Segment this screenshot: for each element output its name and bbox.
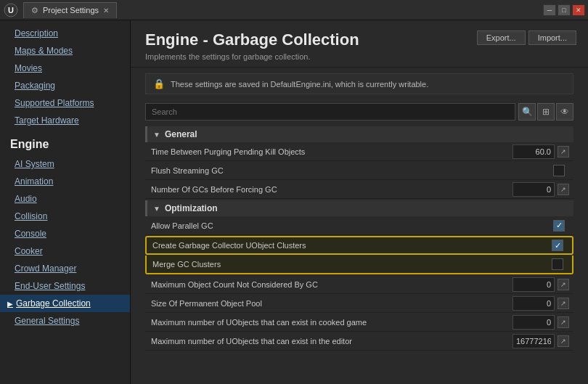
sidebar-item-crowd-manager[interactable]: Crowd Manager (0, 260, 130, 277)
setting-label-merge-gc-clusters: Merge GC Clusters (147, 257, 507, 271)
num-gc-before-forcing-input[interactable] (513, 182, 555, 197)
flush-streaming-checkbox[interactable] (553, 165, 565, 176)
window-controls: ─ □ ✕ (543, 4, 585, 16)
search-icons: 🔍 ⊞ 👁 (518, 103, 573, 120)
title-bar-left: U ⚙ Project Settings ✕ (3, 2, 117, 18)
content-wrapper: Engine - Garbage Collection Implements t… (131, 20, 588, 384)
setting-row-max-object-count: Maximum Object Count Not Considered By G… (145, 275, 573, 294)
info-text: These settings are saved in DefaultEngin… (171, 80, 428, 89)
setting-label-time-between-purging: Time Between Purging Pending Kill Object… (145, 144, 508, 159)
max-uobjects-editor-expand[interactable]: ↗ (558, 335, 569, 347)
setting-value-num-gc-before-forcing: ↗ (508, 182, 573, 197)
sidebar-item-cooker[interactable]: Cooker (0, 242, 130, 260)
close-button[interactable]: ✕ (572, 4, 585, 16)
allow-parallel-gc-checkbox[interactable] (553, 220, 565, 232)
setting-label-size-permanent-pool: Size Of Permanent Object Pool (145, 296, 508, 311)
time-purging-input[interactable] (513, 144, 555, 159)
section-optimization-label: Optimization (165, 203, 218, 213)
setting-row-max-uobjects-editor: Maximum number of UObjects that can exis… (145, 332, 573, 351)
max-uobjects-cooked-input[interactable] (513, 315, 555, 330)
setting-label-flush-streaming: Flush Streaming GC (145, 163, 508, 178)
sidebar-item-garbage-collection[interactable]: ▶ Garbage Collection (0, 295, 130, 312)
tab-label: Project Settings (43, 6, 99, 15)
setting-row-num-gc-before-forcing: Number Of GCs Before Forcing GC ↗ (145, 180, 573, 199)
svg-text:U: U (8, 6, 14, 15)
setting-label-max-uobjects-editor: Maximum number of UObjects that can exis… (145, 334, 508, 348)
main-layout: Description Maps & Modes Movies Packagin… (0, 20, 588, 384)
search-bar: 🔍 ⊞ 👁 (145, 103, 573, 120)
sidebar: Description Maps & Modes Movies Packagin… (0, 20, 131, 384)
sidebar-item-ai-system[interactable]: AI System (0, 155, 130, 173)
max-object-count-input[interactable] (513, 277, 555, 292)
setting-row-allow-parallel-gc: Allow Parallel GC (145, 216, 573, 235)
merge-gc-clusters-checkbox[interactable] (552, 258, 563, 270)
time-purging-expand[interactable]: ↗ (558, 146, 569, 158)
setting-value-max-uobjects-editor: ↗ (508, 334, 573, 348)
setting-row-merge-gc-clusters: Merge GC Clusters (145, 256, 573, 274)
search-input[interactable] (145, 103, 515, 120)
section-general-header: ▼ General (145, 126, 573, 142)
minimize-button[interactable]: ─ (543, 4, 556, 16)
setting-value-create-gc-clusters (507, 240, 572, 251)
top-right-buttons: Export... Import... (477, 30, 576, 45)
title-bar: U ⚙ Project Settings ✕ ─ □ ✕ (0, 0, 588, 20)
project-settings-tab[interactable]: ⚙ Project Settings ✕ (23, 2, 117, 18)
setting-row-max-uobjects-cooked: Maximum number of UObjects that can exis… (145, 313, 573, 332)
setting-label-max-object-count: Maximum Object Count Not Considered By G… (145, 277, 508, 292)
setting-row-flush-streaming: Flush Streaming GC (145, 161, 573, 180)
search-magnifier-icon[interactable]: 🔍 (518, 103, 536, 120)
num-gc-before-forcing-expand[interactable]: ↗ (558, 184, 569, 195)
max-uobjects-cooked-expand[interactable]: ↗ (558, 316, 569, 328)
tab-gear-icon: ⚙ (31, 6, 38, 15)
sidebar-arrow-icon: ▶ (7, 298, 13, 309)
maximize-button[interactable]: □ (558, 4, 571, 16)
sidebar-item-label: Garbage Collection (16, 297, 91, 310)
info-bar: 🔒 These settings are saved in DefaultEng… (145, 73, 573, 94)
section-opt-collapse-icon[interactable]: ▼ (153, 205, 160, 213)
setting-row-size-permanent-pool: Size Of Permanent Object Pool ↗ (145, 294, 573, 313)
grid-view-icon[interactable]: ⊞ (537, 103, 555, 120)
sidebar-item-end-user-settings[interactable]: End-User Settings (0, 277, 130, 295)
setting-value-merge-gc-clusters (507, 258, 572, 270)
sidebar-item-animation[interactable]: Animation (0, 173, 130, 190)
tab-close-icon[interactable]: ✕ (103, 7, 109, 15)
setting-value-max-uobjects-cooked: ↗ (508, 315, 573, 330)
sidebar-item-audio[interactable]: Audio (0, 190, 130, 208)
sidebar-item-collision[interactable]: Collision (0, 208, 130, 225)
sidebar-item-general-settings[interactable]: General Settings (0, 312, 130, 330)
section-optimization-header: ▼ Optimization (145, 200, 573, 216)
size-permanent-pool-input[interactable] (513, 296, 555, 311)
setting-value-time-between-purging: ↗ (508, 144, 573, 159)
max-object-count-expand[interactable]: ↗ (558, 279, 569, 290)
sidebar-item-movies[interactable]: Movies (0, 60, 130, 77)
sidebar-item-maps-modes[interactable]: Maps & Modes (0, 42, 130, 60)
ue-logo: U (3, 2, 19, 18)
setting-label-create-gc-clusters: Create Garbage Collector UObject Cluster… (147, 238, 507, 253)
setting-row-time-between-purging: Time Between Purging Pending Kill Object… (145, 142, 573, 161)
max-uobjects-editor-input[interactable] (513, 334, 555, 348)
setting-label-allow-parallel-gc: Allow Parallel GC (145, 218, 508, 233)
setting-label-num-gc-before-forcing: Number Of GCs Before Forcing GC (145, 182, 508, 197)
section-collapse-icon[interactable]: ▼ (153, 131, 160, 139)
sidebar-item-packaging[interactable]: Packaging (0, 77, 130, 94)
setting-value-max-object-count: ↗ (508, 277, 573, 292)
setting-value-flush-streaming (508, 165, 573, 176)
create-gc-clusters-checkbox[interactable] (552, 240, 563, 251)
page-subtitle: Implements the settings for garbage coll… (145, 52, 573, 61)
settings-area: ▼ General Time Between Purging Pending K… (131, 125, 588, 384)
sidebar-item-supported-platforms[interactable]: Supported Platforms (0, 94, 130, 112)
setting-row-create-gc-clusters: Create Garbage Collector UObject Cluster… (145, 236, 573, 255)
lock-icon: 🔒 (153, 78, 165, 89)
size-permanent-pool-expand[interactable]: ↗ (558, 298, 569, 309)
content-area: Engine - Garbage Collection Implements t… (131, 20, 588, 384)
setting-value-size-permanent-pool: ↗ (508, 296, 573, 311)
sidebar-item-target-hardware[interactable]: Target Hardware (0, 112, 130, 129)
section-general-label: General (165, 129, 197, 139)
eye-icon[interactable]: 👁 (556, 103, 573, 120)
import-button[interactable]: Import... (528, 30, 576, 45)
sidebar-item-description[interactable]: Description (0, 25, 130, 42)
sidebar-item-console[interactable]: Console (0, 225, 130, 242)
engine-section-header: Engine (0, 129, 130, 155)
export-button[interactable]: Export... (477, 30, 526, 45)
setting-value-allow-parallel-gc (508, 220, 573, 232)
